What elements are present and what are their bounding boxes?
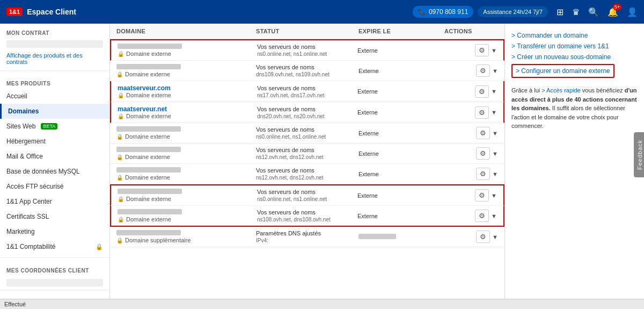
configurer-externe-link[interactable]: > Configurer un domaine externe <box>516 67 610 75</box>
domain-name-link[interactable]: maatserveur.com <box>118 84 257 92</box>
sidebar-item-label: Domaines <box>8 107 39 115</box>
sidebar-item-hebergement[interactable]: Hébergement <box>0 134 109 149</box>
gear-button[interactable]: ⚙ <box>475 210 489 222</box>
domain-cell: 🔒 Domaine externe <box>116 64 256 77</box>
user-icon[interactable]: 👤 <box>627 7 638 17</box>
sidebar-item-ssl[interactable]: Certificats SSL <box>0 209 109 224</box>
sidebar-item-label: Accueil <box>6 92 27 100</box>
domain-name-blurred <box>116 167 181 173</box>
gear-button[interactable]: ⚙ <box>475 106 489 119</box>
sidebar-item-comptabilite[interactable]: 1&1 Comptabilité 🔒 <box>0 239 109 254</box>
sidebar-item-label: Base de données MySQL <box>6 168 80 175</box>
domain-type-label: Domaine externe <box>125 71 170 77</box>
coordonnees-blurred <box>6 279 103 286</box>
gear-button[interactable]: ⚙ <box>476 147 490 160</box>
account-name-blurred <box>6 40 103 48</box>
actions-cell: ⚙ ▼ <box>444 147 498 160</box>
beta-badge: BETA <box>41 123 57 130</box>
gear-button[interactable]: ⚙ <box>476 127 490 139</box>
trouver-section-title: TROUVER NOUVEAU DOMAINE <box>0 293 109 299</box>
table-row: 🔒 Domaine externe Vos serveurs de noms n… <box>110 143 504 164</box>
gear-button[interactable]: ⚙ <box>475 85 489 98</box>
statusbar-text: Effectué <box>4 301 26 307</box>
status-main: Vos serveurs de noms <box>257 209 357 215</box>
expire-cell: Externe <box>357 213 443 219</box>
lock-icon: 🔒 <box>118 92 124 98</box>
gear-button[interactable]: ⚙ <box>475 44 489 56</box>
notifications-icon[interactable]: 🔔 5+ <box>608 7 618 17</box>
creer-sous-domaine-link[interactable]: > Créer un nouveau sous-domaine <box>511 53 638 61</box>
domain-type-label: Domaine externe <box>126 196 171 202</box>
gear-button[interactable]: ⚙ <box>476 231 490 243</box>
status-sub: ns12.ovh.net, dns12.ovh.net <box>256 175 358 181</box>
grid-icon[interactable]: ⊞ <box>557 7 564 17</box>
chevron-button[interactable]: ▼ <box>491 213 497 219</box>
sidebar-item-accueil[interactable]: Accueil <box>0 89 109 104</box>
sidebar-item-marketing[interactable]: Marketing <box>0 224 109 239</box>
status-sub: ns0.online.net, ns1.online.net <box>257 196 357 202</box>
sidebar-item-domaines[interactable]: Domaines <box>0 104 109 119</box>
domain-type: 🔒 Domaine supplémentaire <box>116 237 256 243</box>
lock-icon: 🔒 <box>116 154 123 160</box>
chevron-button[interactable]: ▼ <box>492 171 498 177</box>
feedback-tab[interactable]: Feedback <box>634 132 644 177</box>
header-expire: EXPIRE LE <box>358 28 444 34</box>
sidebar-item-mysql[interactable]: Base de données MySQL <box>0 164 109 179</box>
account-link[interactable]: Affichage des produits et des contrats <box>0 50 109 67</box>
coordonnees-section-title: MES COORDONNÉES CLIENT <box>0 261 109 276</box>
domain-name-blurred <box>118 209 182 214</box>
status-main: Vos serveurs de noms <box>256 167 358 174</box>
sidebar-divider-3 <box>0 290 109 290</box>
right-panel-desc: Grâce à lui > Accès rapide vous bénéfici… <box>511 86 638 131</box>
right-panel-links: > Commander un domaine > Transférer un d… <box>511 30 638 80</box>
products-section-title: MES PRODUITS <box>0 74 109 89</box>
status-sub: dns20.ovh.net, ns20.ovh.net <box>257 113 357 119</box>
acces-rapide-link[interactable]: > Accès rapide <box>541 87 580 94</box>
phone-button[interactable]: 📞 0970 808 911 <box>413 6 473 18</box>
sidebar-divider-1 <box>0 70 109 71</box>
gear-button[interactable]: ⚙ <box>476 64 490 77</box>
chevron-button[interactable]: ▼ <box>492 234 498 240</box>
domain-name-link[interactable]: maatserveur.net <box>118 105 257 113</box>
transferer-link[interactable]: > Transférer un domaine vers 1&1 <box>511 42 638 50</box>
gear-button[interactable]: ⚙ <box>475 189 489 202</box>
domain-name-blurred <box>116 126 181 132</box>
sidebar-item-sites-web[interactable]: Sites Web BETA <box>0 119 109 134</box>
domain-type-label: Domaine externe <box>126 216 171 222</box>
chevron-button[interactable]: ▼ <box>491 88 497 95</box>
expire-cell: Externe <box>357 109 443 116</box>
actions-cell: ⚙ ▼ <box>443 106 497 119</box>
domain-name-blurred <box>116 230 181 235</box>
header-domaine: DOMAINE <box>116 28 256 34</box>
sidebar-item-ftp[interactable]: Accès FTP sécurisé <box>0 179 109 194</box>
right-panel-link-item: > Transférer un domaine vers 1&1 <box>511 41 638 52</box>
domain-cell: 🔒 Domaine externe <box>116 147 256 160</box>
chevron-button[interactable]: ▼ <box>492 130 498 136</box>
status-main: Vos serveurs de noms <box>257 189 357 195</box>
expire-cell: Externe <box>358 130 444 136</box>
chevron-button[interactable]: ▼ <box>492 68 498 74</box>
sidebar-item-mail-office[interactable]: Mail & Office <box>0 149 109 164</box>
status-main: Vos serveurs de noms <box>256 126 358 133</box>
gear-button[interactable]: ⚙ <box>476 168 490 180</box>
search-icon[interactable]: 🔍 <box>588 7 599 17</box>
status-main: Vos serveurs de noms <box>256 147 358 153</box>
statusbar: Effectué <box>0 299 644 309</box>
chevron-button[interactable]: ▼ <box>491 47 497 54</box>
domain-cell: 🔒 Domaine externe <box>116 167 256 181</box>
right-panel-link-item: > Commander un domaine <box>511 30 638 41</box>
chevron-button[interactable]: ▼ <box>492 150 498 157</box>
notif-badge: 5+ <box>613 4 621 10</box>
chevron-button[interactable]: ▼ <box>491 192 497 199</box>
actions-cell: ⚙ ▼ <box>444 168 498 180</box>
expire-cell: Externe <box>358 150 444 157</box>
status-cell: Vos serveurs de noms ns0.online.net, ns1… <box>257 44 357 57</box>
sidebar-item-app-center[interactable]: 1&1 App Center <box>0 194 109 209</box>
crown-icon[interactable]: ♛ <box>572 7 580 17</box>
domain-type: 🔒 Domaine externe <box>118 92 257 98</box>
commander-link[interactable]: > Commander un domaine <box>511 32 638 39</box>
chevron-button[interactable]: ▼ <box>491 109 497 116</box>
domain-type: 🔒 Domaine externe <box>116 133 256 140</box>
domain-type: 🔒 Domaine externe <box>116 71 256 77</box>
status-main: Vos serveurs de noms <box>257 106 357 112</box>
